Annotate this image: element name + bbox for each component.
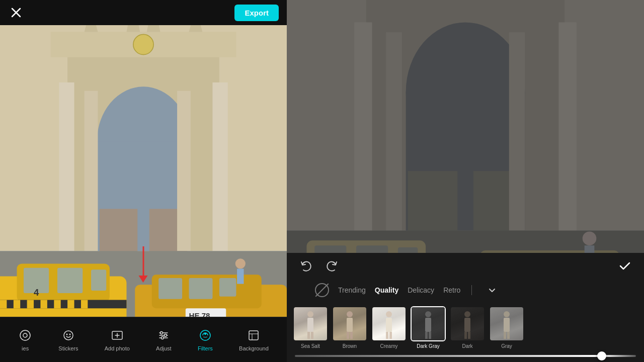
toolbar-item-background[interactable]: Background <box>239 328 269 351</box>
toolbar-item-filters[interactable]: Filters <box>198 328 213 351</box>
effects-icon <box>18 328 32 342</box>
svg-point-13 <box>133 34 153 54</box>
arrow-down-icon <box>143 246 144 277</box>
sea-salt-preview <box>293 306 328 341</box>
svg-rect-87 <box>509 32 525 230</box>
svg-rect-108 <box>480 250 619 253</box>
effects-label: ies <box>22 345 29 351</box>
svg-point-53 <box>23 333 27 337</box>
adjust-icon <box>156 328 171 342</box>
dark-label: Dark <box>462 343 472 349</box>
svg-rect-127 <box>350 332 353 339</box>
svg-marker-11 <box>147 25 160 32</box>
svg-rect-31 <box>54 300 60 309</box>
svg-rect-119 <box>585 245 595 253</box>
svg-point-64 <box>165 334 167 336</box>
filter-tabs: Trending Quality Delicacy Retro <box>287 279 644 301</box>
filter-intensity-slider-row <box>287 352 644 362</box>
add-photo-icon <box>110 328 124 342</box>
toolbar-item-effects[interactable]: ies <box>18 328 32 351</box>
svg-rect-94 <box>398 247 418 253</box>
brown-label: Brown <box>343 343 357 349</box>
svg-rect-30 <box>40 300 47 309</box>
toolbar-item-adjust[interactable]: Adjust <box>156 328 172 351</box>
svg-rect-137 <box>464 318 470 332</box>
svg-rect-17 <box>85 91 98 251</box>
svg-point-67 <box>204 333 206 335</box>
background-label: Background <box>239 345 269 351</box>
svg-rect-51 <box>237 268 244 284</box>
filter-tab-quality[interactable]: Quality <box>375 284 398 296</box>
more-filters-button[interactable] <box>483 281 501 299</box>
stickers-label: Stickers <box>58 345 78 351</box>
svg-rect-19 <box>212 82 227 251</box>
svg-rect-41 <box>158 278 182 299</box>
svg-rect-92 <box>314 245 346 253</box>
filter-gray[interactable]: Gray <box>489 306 524 349</box>
filter-dark-gray[interactable]: Dark Gray <box>411 306 446 349</box>
filtered-photo: HE 78 <box>287 0 644 253</box>
svg-rect-42 <box>189 278 213 299</box>
sea-salt-label: Sea Salt <box>301 343 320 349</box>
slider-handle[interactable] <box>597 351 606 360</box>
close-button[interactable] <box>8 5 24 21</box>
svg-rect-123 <box>311 332 313 339</box>
filters-label: Filters <box>198 345 213 351</box>
confirm-button[interactable] <box>616 257 634 275</box>
gray-preview <box>489 306 524 341</box>
filter-tab-trending[interactable]: Trending <box>338 284 366 296</box>
main-photo-area: 4 HE 78 <box>0 25 287 317</box>
stickers-icon <box>61 328 75 342</box>
filter-tab-delicacy[interactable]: Delicacy <box>408 284 434 296</box>
right-controls <box>287 253 644 279</box>
toolbar-item-add-photo[interactable]: Add photo <box>105 328 130 351</box>
svg-rect-43 <box>219 278 236 297</box>
brown-preview <box>332 306 367 341</box>
filters-icon <box>198 328 212 342</box>
filter-thumbnails: Sea Salt Brown <box>287 301 644 352</box>
svg-rect-122 <box>307 332 310 339</box>
svg-rect-125 <box>347 318 353 332</box>
left-header: Export <box>0 0 287 25</box>
svg-rect-18 <box>177 91 191 251</box>
svg-rect-33 <box>81 300 88 309</box>
filter-intensity-slider[interactable] <box>295 355 636 357</box>
dark-gray-preview <box>411 306 446 341</box>
left-panel: Export <box>0 0 287 362</box>
svg-rect-139 <box>468 332 470 339</box>
svg-rect-131 <box>389 332 392 339</box>
toolbar-item-stickers[interactable]: Stickers <box>58 328 78 351</box>
svg-point-50 <box>235 258 246 268</box>
svg-rect-141 <box>504 318 510 332</box>
creamy-label: Creamy <box>380 343 397 349</box>
filter-sea-salt[interactable]: Sea Salt <box>293 306 328 349</box>
svg-point-54 <box>64 331 73 340</box>
svg-point-120 <box>307 311 313 317</box>
svg-rect-138 <box>464 332 467 339</box>
no-filter-button[interactable] <box>315 283 329 297</box>
redo-button[interactable] <box>323 257 341 275</box>
svg-rect-83 <box>408 171 458 230</box>
svg-point-136 <box>464 311 470 317</box>
svg-point-56 <box>69 333 70 335</box>
filter-creamy[interactable]: Creamy <box>371 306 407 349</box>
filter-brown[interactable]: Brown <box>332 306 367 349</box>
dark-preview <box>450 306 485 341</box>
undo-button[interactable] <box>297 257 315 275</box>
svg-rect-135 <box>429 332 431 339</box>
svg-point-52 <box>20 330 30 340</box>
svg-rect-126 <box>347 332 349 339</box>
toolbar: ies Stickers Add photo <box>0 317 287 362</box>
svg-point-132 <box>425 311 431 317</box>
svg-marker-9 <box>85 25 98 32</box>
svg-rect-88 <box>558 22 577 230</box>
filter-dark[interactable]: Dark <box>450 306 485 349</box>
svg-point-66 <box>200 330 210 340</box>
svg-marker-10 <box>126 25 140 32</box>
arrow-indicator <box>143 246 144 277</box>
export-button[interactable]: Export <box>234 5 279 21</box>
gray-label: Gray <box>501 343 512 349</box>
svg-rect-143 <box>507 332 510 339</box>
tab-divider <box>471 285 472 295</box>
filter-tab-retro[interactable]: Retro <box>443 284 460 296</box>
